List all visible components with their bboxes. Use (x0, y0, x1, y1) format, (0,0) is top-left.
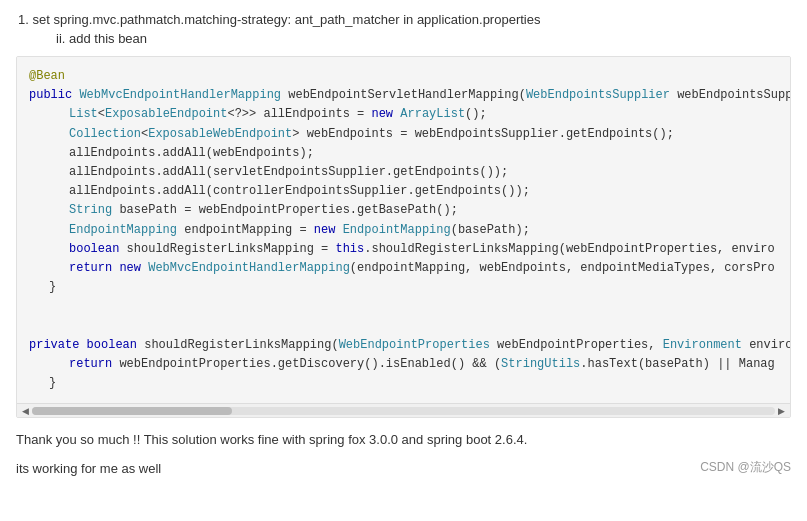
footer-row: its working for me as well CSDN @流沙QS (16, 459, 791, 476)
code-line: return new WebMvcEndpointHandlerMapping(… (29, 259, 778, 278)
code-line (29, 316, 778, 335)
step-text: set spring.mvc.pathmatch.matching-strate… (32, 12, 540, 27)
comment-1: Thank you so much !! This solution works… (16, 430, 791, 449)
comments-section: Thank you so much !! This solution works… (16, 430, 791, 476)
comment-2: its working for me as well (16, 461, 161, 476)
code-line: Collection<ExposableWebEndpoint> webEndp… (29, 125, 778, 144)
code-line (29, 297, 778, 316)
scroll-right-arrow[interactable]: ▶ (775, 406, 788, 416)
code-line: allEndpoints.addAll(controllerEndpointsS… (29, 182, 778, 201)
horizontal-scrollbar[interactable]: ◀ ▶ (17, 403, 790, 417)
code-line: allEndpoints.addAll(webEndpoints); (29, 144, 778, 163)
sub-step: ii. add this bean (56, 31, 791, 46)
scroll-left-arrow[interactable]: ◀ (19, 406, 32, 416)
step-header: 1. set spring.mvc.pathmatch.matching-str… (16, 12, 791, 27)
code-line: boolean shouldRegisterLinksMapping = thi… (29, 240, 778, 259)
code-line: EndpointMapping endpointMapping = new En… (29, 221, 778, 240)
code-line: } (29, 278, 778, 297)
code-line: @Bean (29, 67, 778, 86)
scrollbar-thumb[interactable] (32, 407, 232, 415)
code-line: List<ExposableEndpoint<?>> allEndpoints … (29, 105, 778, 124)
code-line: } (29, 374, 778, 393)
page-container: 1. set spring.mvc.pathmatch.matching-str… (0, 0, 807, 521)
code-line: public WebMvcEndpointHandlerMapping webE… (29, 86, 778, 105)
scrollbar-track[interactable] (32, 407, 775, 415)
code-block-wrapper: @Bean public WebMvcEndpointHandlerMappin… (16, 56, 791, 418)
code-line: allEndpoints.addAll(servletEndpointsSupp… (29, 163, 778, 182)
code-line: return webEndpointProperties.getDiscover… (29, 355, 778, 374)
code-line: private boolean shouldRegisterLinksMappi… (29, 336, 778, 355)
code-block[interactable]: @Bean public WebMvcEndpointHandlerMappin… (17, 57, 790, 403)
code-line: String basePath = webEndpointProperties.… (29, 201, 778, 220)
brand-tag: CSDN @流沙QS (700, 459, 791, 476)
